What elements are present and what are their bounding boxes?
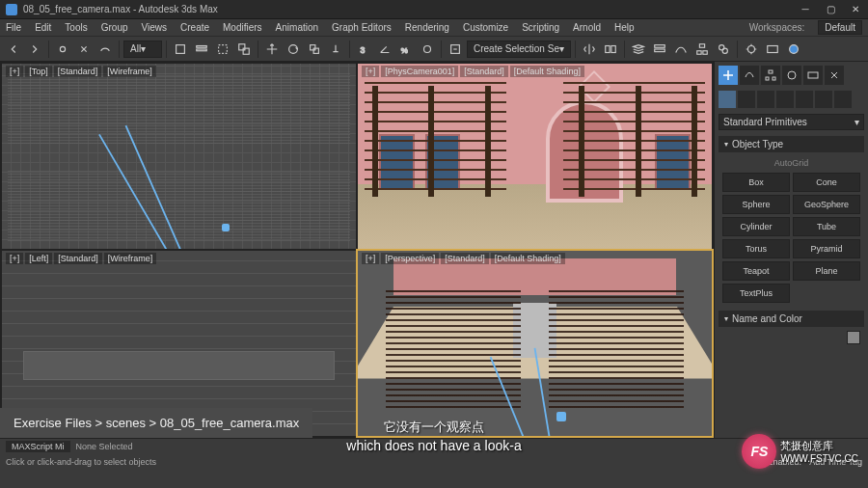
vp-name[interactable]: [Top] [25,66,52,77]
layer-explorer-button[interactable] [629,40,648,59]
geometry-category[interactable] [719,91,736,108]
modify-tab[interactable] [740,66,759,85]
sphere-button[interactable]: Sphere [722,195,790,214]
menu-edit[interactable]: Edit [35,22,51,33]
unlink-button[interactable] [74,40,94,59]
menu-file[interactable]: File [6,22,21,33]
undo-button[interactable] [4,40,23,59]
menu-group[interactable]: Group [101,22,128,33]
curve-editor-button[interactable] [671,40,691,59]
object-color-swatch[interactable] [847,331,860,344]
menu-graph[interactable]: Graph Editors [332,22,392,33]
link-button[interactable] [53,40,72,59]
hierarchy-tab[interactable] [761,66,780,85]
vp-shade[interactable]: [Standard] [54,66,102,77]
menu-scripting[interactable]: Scripting [522,22,559,33]
close-button[interactable]: ✕ [849,3,862,16]
minimize-button[interactable]: ─ [799,3,812,16]
svg-text:%: % [401,45,408,54]
viewport-perspective[interactable]: [+] [Perspective] [Standard] [Default Sh… [358,251,712,436]
angle-snap-button[interactable] [375,40,394,59]
snap-toggle[interactable]: 3 [354,40,373,59]
maxscript-listener[interactable]: MAXScript Mi [6,441,70,452]
align-button[interactable] [601,40,620,59]
material-editor-button[interactable] [714,40,733,59]
vp-mode[interactable]: [Wireframe] [104,253,157,264]
vp-name[interactable]: [Left] [25,253,52,264]
toggle-ribbon-button[interactable] [650,40,669,59]
selection-filter-dropdown[interactable]: All ▾ [123,41,162,58]
menu-help[interactable]: Help [614,22,635,33]
window-crossing-button[interactable] [234,40,254,59]
vp-mode[interactable]: [Wireframe] [103,66,156,77]
vp-menu-icon[interactable]: [+] [6,253,23,264]
viewport-camera[interactable]: [+] [PhysCamera001] [Standard] [Default … [358,64,712,249]
render-button[interactable] [784,40,803,59]
select-region-button[interactable] [213,40,232,59]
workspace-dropdown[interactable]: Default [818,20,862,35]
move-button[interactable] [262,40,282,59]
render-setup-button[interactable] [742,40,761,59]
vp-mode[interactable]: [Default Shading] [491,253,565,264]
name-color-rollout[interactable]: Name and Color [719,311,864,327]
named-selection-dropdown[interactable]: Create Selection Se ▾ [467,41,571,58]
helpers-category[interactable] [796,91,813,108]
vp-menu-icon[interactable]: [+] [6,66,23,77]
object-type-rollout[interactable]: Object Type [719,136,864,152]
select-button[interactable] [171,40,190,59]
box-button[interactable]: Box [722,173,790,192]
edit-named-button[interactable] [446,40,465,59]
torus-button[interactable]: Torus [722,239,790,258]
menu-modifiers[interactable]: Modifiers [223,22,262,33]
primitive-dropdown[interactable]: Standard Primitives▾ [719,114,864,130]
bind-button[interactable] [95,40,115,59]
vp-menu-icon[interactable]: [+] [362,66,379,77]
schematic-view-button[interactable] [692,40,712,59]
menu-arnold[interactable]: Arnold [573,22,601,33]
systems-category[interactable] [834,91,852,108]
svg-point-34 [788,71,796,79]
menu-views[interactable]: Views [142,22,168,33]
autogrid-checkbox[interactable]: AutoGrid [722,156,860,170]
textplus-button[interactable]: TextPlus [722,284,790,303]
percent-snap-button[interactable]: % [396,40,416,59]
plane-button[interactable]: Plane [793,261,860,281]
display-tab[interactable] [803,66,823,85]
camera-gizmo[interactable] [556,412,566,421]
menu-rendering[interactable]: Rendering [405,22,449,33]
scale-button[interactable] [305,40,324,59]
vp-mode[interactable]: [Default Shading] [510,66,584,77]
pyramid-button[interactable]: Pyramid [793,239,860,258]
select-name-button[interactable] [192,40,211,59]
render-frame-button[interactable] [763,40,782,59]
vp-name[interactable]: [Perspective] [381,253,439,264]
teapot-button[interactable]: Teapot [722,261,790,281]
mirror-button[interactable] [580,40,599,59]
utilities-tab[interactable] [825,66,844,85]
create-tab[interactable] [719,66,738,85]
menu-animation[interactable]: Animation [276,22,318,33]
vp-shade[interactable]: [Standard] [441,253,489,264]
rotate-button[interactable] [284,40,303,59]
viewport-top[interactable]: [+] [Top] [Standard] [Wireframe] [2,64,356,249]
maximize-button[interactable]: ▢ [824,3,837,16]
cylinder-button[interactable]: Cylinder [722,217,790,236]
vp-shade[interactable]: [Standard] [460,66,508,77]
cone-button[interactable]: Cone [793,173,860,192]
vp-name[interactable]: [PhysCamera001] [381,66,458,77]
placement-button[interactable] [326,40,345,59]
cameras-category[interactable] [776,91,794,108]
tube-button[interactable]: Tube [793,217,860,236]
vp-menu-icon[interactable]: [+] [362,253,379,264]
lights-category[interactable] [757,91,774,108]
motion-tab[interactable] [782,66,801,85]
shapes-category[interactable] [738,91,755,108]
menu-tools[interactable]: Tools [65,22,87,33]
menu-customize[interactable]: Customize [463,22,508,33]
spinner-snap-button[interactable] [418,40,437,59]
spacewarps-category[interactable] [815,91,832,108]
menu-create[interactable]: Create [180,22,209,33]
geosphere-button[interactable]: GeoSphere [793,195,860,214]
vp-shade[interactable]: [Standard] [54,253,102,264]
redo-button[interactable] [25,40,44,59]
